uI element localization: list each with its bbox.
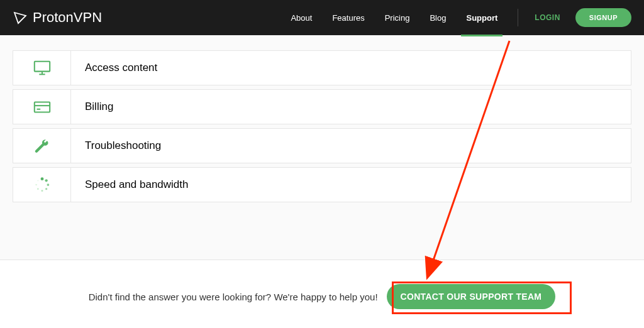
svg-point-9 — [45, 188, 47, 190]
svg-point-6 — [40, 177, 43, 180]
svg-point-10 — [41, 190, 43, 192]
category-label: Access content — [71, 62, 157, 74]
monitor-icon — [13, 51, 71, 85]
svg-point-12 — [35, 184, 37, 186]
wrench-icon — [13, 129, 71, 163]
nav-divider — [518, 9, 518, 26]
nav-support[interactable]: Support — [456, 0, 508, 35]
category-speed-bandwidth[interactable]: Speed and bandwidth — [13, 167, 631, 202]
svg-point-7 — [45, 179, 47, 182]
category-billing[interactable]: Billing — [13, 89, 631, 124]
svg-point-11 — [36, 188, 38, 190]
footer-text: Didn't find the answer you were looking … — [89, 292, 378, 302]
signup-button[interactable]: SIGNUP — [575, 8, 631, 27]
category-label: Troubleshooting — [71, 139, 161, 152]
contact-support-button[interactable]: CONTACT OUR SUPPORT TEAM — [387, 284, 556, 309]
header: ProtonVPN About Features Pricing Blog Su… — [0, 0, 644, 35]
logo[interactable]: ProtonVPN — [13, 9, 102, 26]
category-access-content[interactable]: Access content — [13, 50, 631, 85]
category-troubleshooting[interactable]: Troubleshooting — [13, 128, 631, 163]
login-link[interactable]: LOGIN — [525, 13, 570, 22]
nav-pricing[interactable]: Pricing — [375, 0, 420, 35]
footer-help: Didn't find the answer you were looking … — [0, 260, 644, 328]
category-label: Speed and bandwidth — [71, 178, 188, 191]
nav-features[interactable]: Features — [322, 0, 374, 35]
nav-about[interactable]: About — [280, 0, 322, 35]
brand-text: ProtonVPN — [33, 9, 102, 26]
svg-rect-3 — [34, 102, 49, 112]
protonvpn-logo-icon — [13, 10, 28, 25]
main-nav: About Features Pricing Blog Support LOGI… — [280, 0, 631, 35]
spinner-icon — [13, 168, 71, 202]
svg-point-13 — [37, 180, 38, 181]
credit-card-icon — [13, 90, 71, 124]
support-categories: Access content Billing Troubleshooting — [0, 35, 644, 202]
category-label: Billing — [71, 101, 113, 113]
svg-rect-0 — [34, 62, 49, 72]
nav-blog[interactable]: Blog — [419, 0, 456, 35]
svg-point-8 — [47, 183, 49, 186]
